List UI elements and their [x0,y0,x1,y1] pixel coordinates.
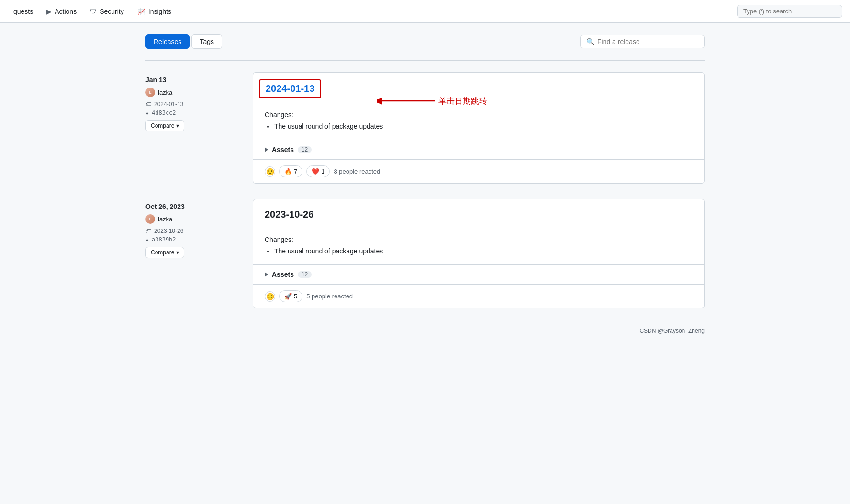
reaction-emoji-rocket: 🚀 [284,293,292,300]
release-card-2: 2023-10-26 Changes: The usual round of p… [253,199,705,308]
release-card-body-2: Changes: The usual round of package upda… [253,228,704,264]
assets-toggle-2[interactable]: Assets 12 [265,271,693,278]
nav-item-insights[interactable]: 📈 Insights [132,5,177,18]
reactions-text-2: 5 people reacted [306,293,353,300]
release-sidebar-1: Jan 13 L lazka 🏷 2024-01-13 ⬥ 4d83cc2 Co… [145,72,241,184]
top-nav: quests ▶ Actions 🛡 Security 📈 Insights [0,0,850,23]
nav-item-security[interactable]: 🛡 Security [84,5,130,18]
tag-icon-1: 🏷 [145,101,151,108]
compare-button-1[interactable]: Compare ▾ [145,120,184,131]
assets-label-2: Assets [272,271,294,278]
tag-icon-2: 🏷 [145,228,151,234]
avatar-2: L [145,214,155,224]
release-date-2: Oct 26, 2023 [145,203,241,210]
release-title-2: 2023-10-26 [265,209,313,219]
commit-icon-1: ⬥ [145,110,149,116]
compare-dropdown-icon-2: ▾ [176,249,179,256]
reactions-bar-1: 🙂 🔥 7 ❤️ 1 8 people reacted [253,159,704,183]
actions-icon: ▶ [46,8,52,15]
reaction-emoji-fire: 🔥 [284,168,292,175]
reaction-emoji-heart: ❤️ [312,168,319,175]
main-content: Releases Tags 🔍 Jan 13 L lazka 🏷 2024-01… [138,23,712,350]
release-entry-2: Oct 26, 2023 L lazka 🏷 2023-10-26 ⬥ a383… [145,199,705,308]
release-card-header-2: 2023-10-26 [253,199,704,228]
reaction-count-rocket: 5 [294,293,297,300]
reaction-smiley-2[interactable]: 🙂 [265,291,275,302]
find-release-container: 🔍 [580,35,705,48]
changes-list-1: The usual round of package updates [265,122,693,130]
release-sidebar-2: Oct 26, 2023 L lazka 🏷 2023-10-26 ⬥ a383… [145,199,241,308]
tab-releases[interactable]: Releases [145,34,190,49]
assets-count-2: 12 [298,271,312,278]
assets-count-1: 12 [298,146,312,153]
triangle-icon-1 [265,147,268,152]
commit-icon-2: ⬥ [145,236,149,243]
assets-toggle-1[interactable]: Assets 12 [265,146,693,153]
nav-item-requests[interactable]: quests [8,5,39,18]
release-user-1: L lazka [145,88,241,97]
reaction-fire-1[interactable]: 🔥 7 [279,165,302,177]
assets-section-1: Assets 12 [253,140,704,159]
username-2[interactable]: lazka [158,216,172,223]
release-card-1: 2024-01-13 Changes: The usual round of p… [253,72,705,184]
release-commit-2: ⬥ a3839b2 [145,236,241,243]
username-1[interactable]: lazka [158,89,172,96]
reactions-text-1: 8 people reacted [334,168,380,175]
security-icon: 🛡 [90,8,97,15]
change-item-2-0: The usual round of package updates [274,247,693,255]
divider-line [145,60,705,61]
tab-tags[interactable]: Tags [191,34,222,49]
change-item-1-0: The usual round of package updates [274,122,693,130]
release-card-body-1: Changes: The usual round of package upda… [253,103,704,140]
releases-header: Releases Tags 🔍 [145,34,705,49]
release-date-1: Jan 13 [145,76,241,84]
nav-label-insights: Insights [148,8,171,15]
reaction-count-fire: 7 [294,168,297,175]
reaction-count-heart: 1 [321,168,324,175]
release-user-2: L lazka [145,214,241,224]
release-card-header-1: 2024-01-13 [253,73,704,103]
nav-label-requests: quests [13,8,33,15]
tab-group: Releases Tags [145,34,222,49]
release-tag-1: 🏷 2024-01-13 [145,101,241,108]
changes-label-1: Changes: [265,111,693,119]
triangle-icon-2 [265,272,268,277]
changes-list-2: The usual round of package updates [265,247,693,255]
changes-label-2: Changes: [265,236,693,243]
release-commit-1: ⬥ 4d83cc2 [145,110,241,116]
assets-label-1: Assets [272,146,294,153]
title-highlight-box: 2024-01-13 [259,79,321,98]
compare-button-2[interactable]: Compare ▾ [145,247,184,258]
release-title-link-1[interactable]: 2024-01-13 [266,83,314,94]
global-search-input[interactable] [737,5,842,18]
reaction-smiley-1[interactable]: 🙂 [265,166,275,177]
release-card-wrapper-1: 2024-01-13 Changes: The usual round of p… [253,72,705,184]
assets-section-2: Assets 12 [253,264,704,284]
compare-dropdown-icon-1: ▾ [176,122,179,129]
nav-label-security: Security [100,8,124,15]
reaction-rocket-2[interactable]: 🚀 5 [279,290,302,302]
release-entry-1: Jan 13 L lazka 🏷 2024-01-13 ⬥ 4d83cc2 Co… [145,72,705,184]
find-release-input[interactable] [597,38,698,45]
release-tag-2: 🏷 2023-10-26 [145,228,241,234]
nav-label-actions: Actions [55,8,77,15]
search-icon: 🔍 [586,38,594,45]
footer-watermark: CSDN @Grayson_Zheng [145,324,705,338]
top-search-area [737,5,842,18]
reactions-bar-2: 🙂 🚀 5 5 people reacted [253,284,704,308]
avatar-1: L [145,88,155,97]
insights-icon: 📈 [137,8,145,15]
reaction-heart-1[interactable]: ❤️ 1 [306,165,330,177]
nav-item-actions[interactable]: ▶ Actions [41,5,82,18]
